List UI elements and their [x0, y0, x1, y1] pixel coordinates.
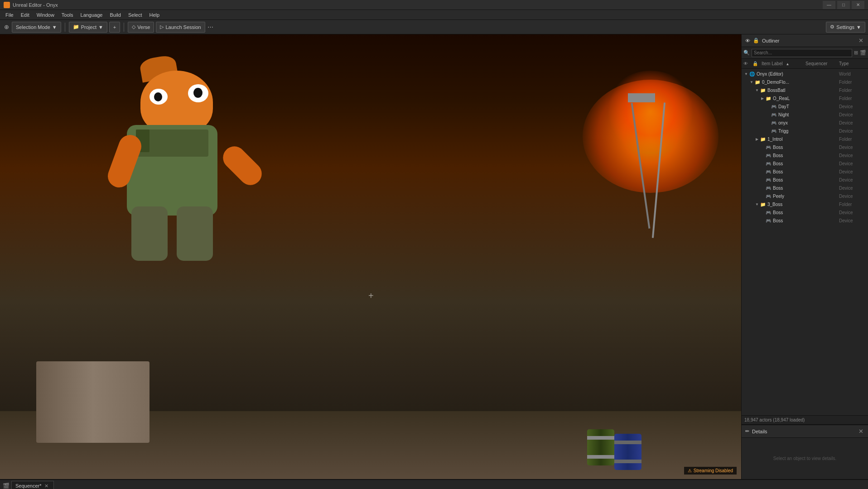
sequencer-tab[interactable]: Sequencer* ✕ [11, 481, 54, 489]
tree-label: 3_Boss [767, 202, 839, 207]
expand-icon[interactable]: ▼ [743, 71, 749, 77]
seq-tab-close[interactable]: ✕ [43, 483, 50, 489]
lock-icon: 🔒 [753, 38, 759, 43]
tree-item-dayt[interactable]: 🎮 DayT Device [742, 102, 868, 110]
tree-item-oreal[interactable]: ▶ 📁 O_ReaL Folder [742, 94, 868, 102]
tree-type: Device [839, 186, 866, 191]
tree-label: Night [778, 112, 839, 117]
filter-icon[interactable]: ⊞ [854, 50, 858, 56]
tree-item-night[interactable]: 🎮 Night Device [742, 110, 868, 119]
tree-item-boss2[interactable]: 🎮 Boss Device [742, 151, 868, 159]
expand-placeholder [760, 193, 765, 199]
settings-dropdown: ▼ [856, 24, 861, 30]
outliner-panel: 👁 🔒 Outliner ✕ 🔍 ⊞ 🎬 👁 🔒 Item Label ▲ [742, 34, 868, 425]
tree-item-1introl[interactable]: ▶ 📁 1_Introl Folder [742, 135, 868, 143]
tree-type: Device [839, 112, 866, 117]
tree-item-3boss[interactable]: ▼ 📁 3_Boss Folder [742, 200, 868, 208]
minimize-button[interactable]: — [823, 1, 835, 9]
settings-button[interactable]: ⚙ Settings ▼ [826, 22, 865, 33]
tree-label: Boss [773, 161, 839, 166]
tree-item-boss5[interactable]: 🎮 Boss Device [742, 176, 868, 184]
device-icon: 🎮 [771, 120, 777, 126]
expand-icon[interactable]: ▼ [754, 201, 760, 207]
menu-build[interactable]: Build [106, 10, 124, 19]
menu-file[interactable]: File [2, 10, 17, 19]
expand-placeholder [760, 153, 765, 158]
fish-body [127, 125, 217, 216]
expand-placeholder [760, 185, 765, 191]
main-layout: + ⚠ Streaming Disabled 👁 🔒 Outliner ✕ 🔍 … [0, 34, 868, 479]
search-icon: 🔍 [743, 50, 750, 56]
outliner-footer: 18,947 actors (18,947 loaded) [742, 415, 868, 424]
menu-edit[interactable]: Edit [17, 10, 33, 19]
expand-placeholder [760, 144, 765, 150]
fish-legs [131, 206, 222, 261]
tree-type: Device [839, 218, 866, 223]
tree-type: Device [839, 145, 866, 150]
outliner-close-button[interactable]: ✕ [857, 37, 864, 44]
tree-item-onyx[interactable]: 🎮 onyx Device [742, 119, 868, 127]
expand-icon[interactable]: ▼ [749, 79, 754, 85]
menu-select[interactable]: Select [125, 10, 146, 19]
expand-placeholder [760, 210, 765, 215]
seq-icon: 🎬 [860, 50, 866, 56]
concrete-wall [36, 361, 149, 443]
verse-label: Verse [137, 24, 150, 30]
settings-label: Settings [836, 24, 854, 30]
details-title: Details [752, 429, 767, 434]
tree-item-boss4[interactable]: 🎮 Boss Device [742, 168, 868, 176]
tree-type: Device [839, 177, 866, 182]
col-type-text: Type [839, 61, 849, 66]
titlebar: Unreal Editor - Onyx — □ ✕ [0, 0, 868, 10]
tree-item-boss3[interactable]: 🎮 Boss Device [742, 159, 868, 168]
tree-item-boss-sub1[interactable]: 🎮 Boss Device [742, 208, 868, 216]
right-panel: 👁 🔒 Outliner ✕ 🔍 ⊞ 🎬 👁 🔒 Item Label ▲ [741, 34, 868, 479]
tree-item-onyx-editor[interactable]: ▼ 🌐 Onyx (Editor) World [742, 70, 868, 78]
outliner-search-input[interactable] [752, 49, 852, 57]
outliner-toolbar: 🔍 ⊞ 🎬 [742, 47, 868, 59]
tree-item-bossbatl[interactable]: ▼ 📁 BossBatl Folder [742, 86, 868, 94]
project-dropdown: ▼ [98, 24, 103, 30]
tree-type: Folder [839, 96, 866, 101]
folder-icon: 📁 [760, 87, 766, 93]
menu-language[interactable]: Language [77, 10, 106, 19]
menu-help[interactable]: Help [146, 10, 164, 19]
tree-item-peely[interactable]: 🎮 Peely Device [742, 192, 868, 200]
details-close-button[interactable]: ✕ [857, 428, 864, 435]
project-button[interactable]: 📁 Project ▼ [69, 22, 107, 33]
device-icon: 🎮 [765, 185, 772, 191]
tree-item-boss-sub2[interactable]: 🎮 Boss Device [742, 216, 868, 225]
more-options-icon[interactable]: ⋯ [207, 24, 214, 31]
selection-mode-label: Selection Mode [16, 24, 50, 30]
expand-icon[interactable]: ▼ [754, 87, 760, 93]
launch-label: Launch Session [165, 24, 201, 30]
verse-button[interactable]: ◇ Verse [128, 22, 154, 33]
maximize-button[interactable]: □ [837, 1, 850, 9]
expand-icon[interactable]: ▶ [760, 96, 765, 101]
tree-type: Device [839, 104, 866, 109]
menu-tools[interactable]: Tools [58, 10, 77, 19]
tree-item-trigg[interactable]: 🎮 Trigg Device [742, 127, 868, 135]
outliner-tree[interactable]: ▼ 🌐 Onyx (Editor) World ▼ 📁 0_DemoFlo...… [742, 69, 868, 415]
tree-label: DayT [778, 104, 839, 109]
close-button[interactable]: ✕ [852, 1, 864, 9]
fish-eye-left [149, 89, 168, 105]
tree-item-boss6[interactable]: 🎮 Boss Device [742, 184, 868, 192]
tree-type: Device [839, 120, 866, 125]
tree-type: Device [839, 161, 866, 166]
main-toolbar: ⊕ Selection Mode ▼ 📁 Project ▼ + ◇ Verse… [0, 20, 868, 34]
device-icon: 🎮 [765, 209, 772, 216]
tree-label: Onyx (Editor) [757, 72, 839, 77]
seq-camera-icon: 🎬 [3, 483, 10, 489]
selection-mode-button[interactable]: Selection Mode ▼ [12, 22, 61, 33]
add-button[interactable]: + [109, 22, 120, 33]
tree-item-demoflo[interactable]: ▼ 📁 0_DemoFlo... Folder [742, 78, 868, 86]
launch-session-button[interactable]: ▷ Launch Session [156, 22, 205, 33]
viewport[interactable]: + ⚠ Streaming Disabled [0, 34, 741, 479]
menu-window[interactable]: Window [33, 10, 58, 19]
tree-item-boss1[interactable]: 🎮 Boss Device [742, 143, 868, 151]
tree-label: Peely [773, 194, 839, 199]
expand-placeholder [760, 177, 765, 182]
expand-icon[interactable]: ▶ [754, 136, 760, 142]
details-empty-message: Select an object to view details. [742, 438, 868, 479]
